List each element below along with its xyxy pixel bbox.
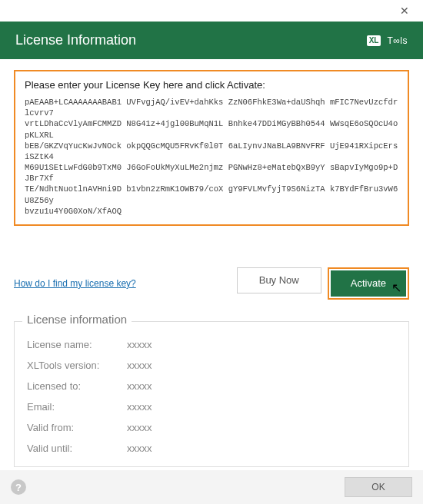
license-info-row: Valid until:xxxxx [27,438,396,459]
titlebar: ✕ [0,0,423,22]
activate-highlight: Activate ↖ [328,267,409,300]
license-info-label: Valid until: [27,443,127,454]
license-info-value: xxxxx [127,401,152,413]
dialog-footer: ? OK [0,470,423,504]
license-key-prompt: Please enter your License Key here and c… [25,79,398,91]
license-info-value: xxxxx [127,443,152,454]
ok-button[interactable]: OK [345,477,412,497]
license-info-row: Licensed to:xxxxx [27,376,396,396]
license-info-value: xxxxx [127,339,152,350]
license-info-row: Email:xxxxx [27,396,396,417]
actions-row: How do I find my license key? Buy Now Ac… [14,267,409,300]
buy-now-button[interactable]: Buy Now [237,267,321,293]
license-info-group: License information License name:xxxxxXL… [14,321,409,467]
license-info-label: License name: [27,339,127,350]
find-key-link[interactable]: How do I find my license key? [14,278,136,289]
page-title: License Information [15,32,136,48]
content-area: Please enter your License Key here and c… [0,59,423,498]
license-info-value: xxxxx [127,380,152,392]
activate-button[interactable]: Activate [331,270,406,297]
license-key-input[interactable]: pAEAAB+LCAAAAAAABAB1 UVFvgjAQ/ivEV+dahKk… [25,97,398,217]
help-icon[interactable]: ? [11,479,26,495]
close-icon: ✕ [400,5,409,17]
license-info-legend: License information [22,313,132,326]
license-info-value: xxxxx [127,360,152,371]
license-info-label: Licensed to: [27,380,127,392]
license-info-row: License name:xxxxx [27,334,396,355]
license-info-label: Valid from: [27,422,127,433]
license-info-row: XLTools version:xxxxx [27,355,396,376]
license-info-value: xxxxx [127,422,152,433]
tools-icon: T∞ls [387,35,408,46]
button-group: Buy Now Activate ↖ [237,267,409,300]
license-info-label: Email: [27,401,127,413]
xl-icon: XL [367,35,381,46]
license-info-row: Valid from:xxxxx [27,417,396,438]
license-key-area: Please enter your License Key here and c… [14,70,409,226]
license-info-label: XLTools version: [27,360,127,371]
dialog-header: License Information XL T∞ls [0,22,423,59]
brand-icons: XL T∞ls [367,35,408,46]
close-button[interactable]: ✕ [392,3,417,18]
